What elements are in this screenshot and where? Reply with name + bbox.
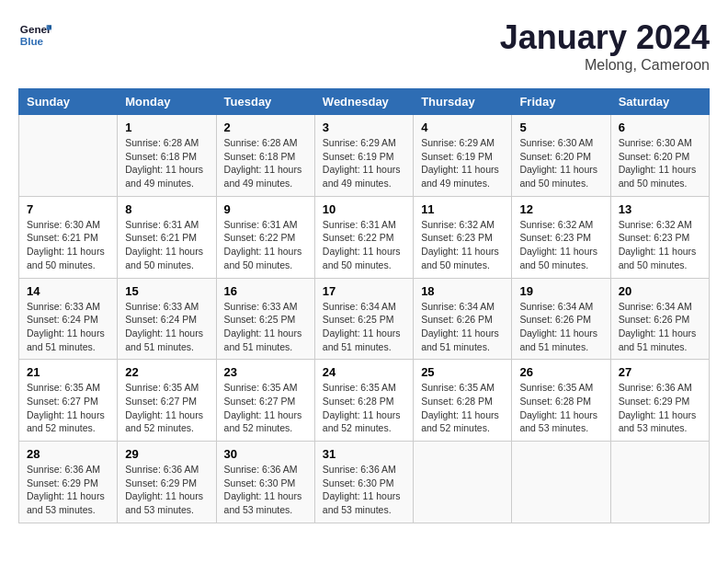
day-info: Sunrise: 6:36 AM Sunset: 6:29 PM Dayligh… [27,463,109,517]
calendar-cell: 6Sunrise: 6:30 AM Sunset: 6:20 PM Daylig… [610,115,709,197]
day-info: Sunrise: 6:35 AM Sunset: 6:27 PM Dayligh… [27,381,109,435]
day-number: 21 [27,365,109,379]
calendar-cell: 11Sunrise: 6:32 AM Sunset: 6:23 PM Dayli… [414,196,512,278]
location-subtitle: Melong, Cameroon [500,57,710,74]
logo-icon: General Blue [18,18,51,52]
day-info: Sunrise: 6:36 AM Sunset: 6:29 PM Dayligh… [619,381,701,435]
calendar-cell [19,115,118,197]
calendar-cell: 3Sunrise: 6:29 AM Sunset: 6:19 PM Daylig… [314,115,413,197]
calendar-cell: 20Sunrise: 6:34 AM Sunset: 6:26 PM Dayli… [610,278,709,360]
calendar-cell: 18Sunrise: 6:34 AM Sunset: 6:26 PM Dayli… [414,278,512,360]
col-header-friday: Friday [512,89,610,115]
day-number: 19 [519,284,602,298]
calendar-cell: 2Sunrise: 6:28 AM Sunset: 6:18 PM Daylig… [216,115,314,197]
calendar-cell: 31Sunrise: 6:36 AM Sunset: 6:30 PM Dayli… [314,442,413,523]
calendar-cell: 22Sunrise: 6:35 AM Sunset: 6:27 PM Dayli… [118,360,216,442]
day-number: 13 [619,202,701,216]
page-header: General Blue January 2024 Melong, Camero… [18,18,710,74]
day-number: 30 [224,447,307,461]
calendar-cell: 7Sunrise: 6:30 AM Sunset: 6:21 PM Daylig… [19,196,118,278]
calendar-cell: 8Sunrise: 6:31 AM Sunset: 6:21 PM Daylig… [118,196,216,278]
col-header-tuesday: Tuesday [216,89,314,115]
day-info: Sunrise: 6:36 AM Sunset: 6:29 PM Dayligh… [125,463,208,517]
day-number: 7 [27,202,109,216]
day-number: 6 [619,121,701,134]
day-number: 1 [125,121,208,134]
month-title: January 2024 [500,18,710,57]
calendar-cell: 14Sunrise: 6:33 AM Sunset: 6:24 PM Dayli… [19,278,118,360]
day-number: 20 [619,284,701,298]
day-number: 14 [27,284,109,298]
day-number: 12 [519,202,602,216]
day-number: 18 [421,284,504,298]
day-info: Sunrise: 6:30 AM Sunset: 6:21 PM Dayligh… [27,218,109,272]
col-header-thursday: Thursday [414,89,512,115]
day-info: Sunrise: 6:31 AM Sunset: 6:22 PM Dayligh… [224,218,307,272]
svg-text:Blue: Blue [20,35,44,47]
calendar-cell: 19Sunrise: 6:34 AM Sunset: 6:26 PM Dayli… [512,278,610,360]
day-info: Sunrise: 6:28 AM Sunset: 6:18 PM Dayligh… [125,136,208,190]
day-info: Sunrise: 6:29 AM Sunset: 6:19 PM Dayligh… [421,136,504,190]
day-number: 17 [323,284,405,298]
col-header-saturday: Saturday [610,89,709,115]
day-number: 25 [421,365,504,379]
day-info: Sunrise: 6:36 AM Sunset: 6:30 PM Dayligh… [323,463,405,517]
calendar-cell: 1Sunrise: 6:28 AM Sunset: 6:18 PM Daylig… [118,115,216,197]
day-info: Sunrise: 6:35 AM Sunset: 6:28 PM Dayligh… [421,381,504,435]
calendar-cell: 10Sunrise: 6:31 AM Sunset: 6:22 PM Dayli… [314,196,413,278]
calendar-cell: 23Sunrise: 6:35 AM Sunset: 6:27 PM Dayli… [216,360,314,442]
col-header-monday: Monday [118,89,216,115]
day-info: Sunrise: 6:31 AM Sunset: 6:22 PM Dayligh… [323,218,405,272]
day-number: 27 [619,365,701,379]
day-info: Sunrise: 6:31 AM Sunset: 6:21 PM Dayligh… [125,218,208,272]
day-info: Sunrise: 6:32 AM Sunset: 6:23 PM Dayligh… [619,218,701,272]
day-number: 31 [323,447,405,461]
day-info: Sunrise: 6:30 AM Sunset: 6:20 PM Dayligh… [519,136,602,190]
day-number: 16 [224,284,307,298]
calendar-cell: 21Sunrise: 6:35 AM Sunset: 6:27 PM Dayli… [19,360,118,442]
day-info: Sunrise: 6:35 AM Sunset: 6:28 PM Dayligh… [519,381,602,435]
calendar-cell: 29Sunrise: 6:36 AM Sunset: 6:29 PM Dayli… [118,442,216,523]
day-info: Sunrise: 6:34 AM Sunset: 6:25 PM Dayligh… [323,300,405,354]
day-number: 2 [224,121,307,134]
day-number: 22 [125,365,208,379]
day-info: Sunrise: 6:34 AM Sunset: 6:26 PM Dayligh… [421,300,504,354]
day-info: Sunrise: 6:34 AM Sunset: 6:26 PM Dayligh… [619,300,701,354]
day-number: 11 [421,202,504,216]
calendar-cell: 27Sunrise: 6:36 AM Sunset: 6:29 PM Dayli… [610,360,709,442]
calendar-cell: 26Sunrise: 6:35 AM Sunset: 6:28 PM Dayli… [512,360,610,442]
calendar-cell: 13Sunrise: 6:32 AM Sunset: 6:23 PM Dayli… [610,196,709,278]
day-info: Sunrise: 6:33 AM Sunset: 6:24 PM Dayligh… [27,300,109,354]
day-number: 15 [125,284,208,298]
day-info: Sunrise: 6:33 AM Sunset: 6:24 PM Dayligh… [125,300,208,354]
calendar-cell: 15Sunrise: 6:33 AM Sunset: 6:24 PM Dayli… [118,278,216,360]
day-info: Sunrise: 6:32 AM Sunset: 6:23 PM Dayligh… [519,218,602,272]
day-info: Sunrise: 6:36 AM Sunset: 6:30 PM Dayligh… [224,463,307,517]
calendar-cell: 24Sunrise: 6:35 AM Sunset: 6:28 PM Dayli… [314,360,413,442]
day-number: 23 [224,365,307,379]
col-header-wednesday: Wednesday [314,89,413,115]
day-number: 3 [323,121,405,134]
logo: General Blue [18,18,51,52]
calendar-cell: 4Sunrise: 6:29 AM Sunset: 6:19 PM Daylig… [414,115,512,197]
day-number: 24 [323,365,405,379]
day-info: Sunrise: 6:34 AM Sunset: 6:26 PM Dayligh… [519,300,602,354]
calendar-cell: 30Sunrise: 6:36 AM Sunset: 6:30 PM Dayli… [216,442,314,523]
calendar-cell [512,442,610,523]
title-block: January 2024 Melong, Cameroon [500,18,710,74]
day-number: 5 [519,121,602,134]
day-number: 10 [323,202,405,216]
day-info: Sunrise: 6:33 AM Sunset: 6:25 PM Dayligh… [224,300,307,354]
calendar-table: SundayMondayTuesdayWednesdayThursdayFrid… [18,88,710,523]
calendar-cell [610,442,709,523]
calendar-cell: 12Sunrise: 6:32 AM Sunset: 6:23 PM Dayli… [512,196,610,278]
day-info: Sunrise: 6:32 AM Sunset: 6:23 PM Dayligh… [421,218,504,272]
calendar-cell: 5Sunrise: 6:30 AM Sunset: 6:20 PM Daylig… [512,115,610,197]
calendar-cell: 28Sunrise: 6:36 AM Sunset: 6:29 PM Dayli… [19,442,118,523]
day-info: Sunrise: 6:35 AM Sunset: 6:28 PM Dayligh… [323,381,405,435]
calendar-cell: 9Sunrise: 6:31 AM Sunset: 6:22 PM Daylig… [216,196,314,278]
calendar-cell: 25Sunrise: 6:35 AM Sunset: 6:28 PM Dayli… [414,360,512,442]
day-number: 29 [125,447,208,461]
calendar-cell [414,442,512,523]
day-info: Sunrise: 6:28 AM Sunset: 6:18 PM Dayligh… [224,136,307,190]
